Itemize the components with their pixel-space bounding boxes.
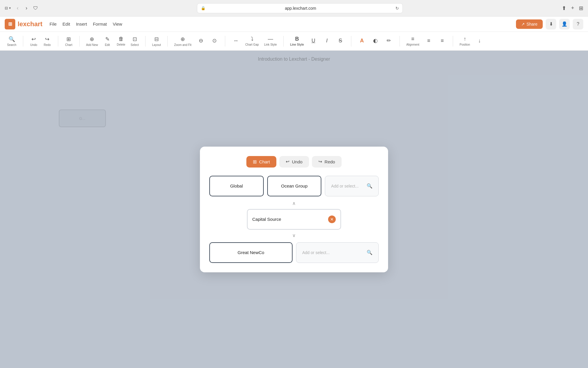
chevron-down-row: ∨ — [209, 231, 379, 240]
toolbar-sep-1 — [23, 36, 23, 47]
logo-icon: ⊞ — [5, 19, 15, 29]
remove-capital-source-button[interactable]: ✕ — [328, 216, 336, 223]
nav-edit[interactable]: Edit — [63, 20, 70, 28]
layout-icon: ⊟ — [154, 36, 159, 42]
align-center-icon: ≡ — [427, 38, 430, 44]
zoom-reset-button[interactable]: ⊙ — [208, 36, 221, 47]
undo-label: Undo — [30, 43, 37, 47]
browser-right-icons: ⬆ + ⊞ — [562, 5, 583, 11]
strikethrough-button[interactable]: S — [334, 36, 347, 47]
great-newco-label: Great NewCo — [238, 250, 264, 255]
align-right-button[interactable]: ≡ — [436, 36, 449, 47]
select-button[interactable]: ⊡ Select — [128, 34, 141, 48]
new-tab-button[interactable]: + — [571, 5, 574, 11]
forward-button[interactable]: › — [23, 4, 30, 12]
toolbar-group-position: ↑ Position ↓ — [456, 34, 487, 48]
modal-redo-button[interactable]: ↪ Redo — [312, 156, 342, 168]
refresh-button[interactable]: ↻ — [395, 6, 399, 11]
logo: ⊞ lexchart — [5, 19, 42, 29]
align-center-button[interactable]: ≡ — [422, 36, 435, 47]
toolbar-sep-6 — [225, 36, 225, 47]
zoom-fit-button[interactable]: ⊕ Zoom and Fit — [172, 34, 194, 48]
sidebar-icon: ⊟ — [5, 6, 8, 10]
middle-node-row: Capital Source ✕ — [209, 209, 379, 230]
undo-modal-icon: ↩ — [286, 159, 290, 164]
line-style-button[interactable]: — Link Style — [262, 34, 279, 48]
user-button[interactable]: 👤 — [559, 19, 570, 29]
italic-button[interactable]: I — [320, 36, 333, 47]
share-button[interactable]: ↗ Share — [516, 19, 543, 29]
add-select-top-placeholder: Add or select... — [331, 184, 358, 188]
search-icon-bottom: 🔍 — [367, 250, 372, 255]
zoom-out-button[interactable]: ⊖ — [194, 36, 207, 47]
delete-button[interactable]: 🗑 Delete — [114, 34, 128, 48]
nav-view[interactable]: View — [113, 20, 122, 28]
underline-button[interactable]: U — [307, 36, 320, 47]
toolbar-group-chart: ⊞ Chart — [61, 34, 76, 48]
add-new-button[interactable]: ⊕ Add New — [84, 34, 101, 48]
redo-label: Redo — [44, 43, 51, 47]
help-button[interactable]: ? — [573, 19, 583, 29]
capital-source-node[interactable]: Capital Source ✕ — [247, 209, 341, 230]
ocean-group-node[interactable]: Ocean Group — [267, 176, 322, 196]
edit-tool-button[interactable]: ✎ Edit — [101, 34, 114, 48]
italic-icon: I — [326, 38, 328, 44]
link-style-icon: ⤵ — [251, 36, 253, 42]
chart-gap-button[interactable]: ↔ — [229, 36, 242, 47]
browser-bar: ⊟ ▾ ‹ › 🛡 🔒 ↻ ⬆ + ⊞ — [0, 0, 588, 16]
bold-button[interactable]: B Line Style — [288, 34, 306, 48]
great-newco-node[interactable]: Great NewCo — [209, 242, 293, 263]
delete-label: Delete — [117, 43, 125, 46]
modal-chart-label: Chart — [259, 159, 270, 164]
user-icon: 👤 — [562, 21, 567, 27]
share-browser-button[interactable]: ⬆ — [562, 5, 566, 11]
toolbar-group-layout: ⊟ Layout — [148, 34, 164, 48]
align-left-button[interactable]: ≡ Alignment — [404, 34, 422, 48]
back-button[interactable]: ‹ — [14, 4, 21, 12]
modal-undo-button[interactable]: ↩ Undo — [279, 156, 309, 168]
address-bar: 🔒 ↻ — [197, 3, 403, 13]
position-up-button[interactable]: ↑ Position — [457, 34, 472, 48]
layout-button[interactable]: ⊟ Layout — [150, 34, 163, 48]
logo-grid-icon: ⊞ — [8, 21, 12, 27]
chart-tool-button[interactable]: ⊞ Chart — [62, 34, 75, 48]
edit-icon: ✎ — [105, 36, 110, 42]
add-select-bottom[interactable]: Add or select... 🔍 — [296, 242, 379, 263]
toolbar-group-gap: ↔ ⤵ Chart Gap — Link Style — [228, 34, 280, 48]
ocean-group-label: Ocean Group — [281, 183, 308, 188]
position-down-button[interactable]: ↓ — [473, 36, 486, 47]
nav-format[interactable]: Format — [93, 20, 107, 28]
nav-file[interactable]: File — [49, 20, 56, 28]
global-node[interactable]: Global — [209, 176, 264, 196]
toolbar-sep-8 — [351, 36, 351, 47]
nav-menu: File Edit Insert Format View — [49, 20, 122, 28]
chevron-down-icon: ▾ — [9, 6, 11, 10]
redo-tool-button[interactable]: ↪ Redo — [41, 34, 54, 48]
undo-tool-button[interactable]: ↩ Undo — [27, 34, 40, 48]
top-node-row: Global Ocean Group Add or select... 🔍 — [209, 176, 379, 196]
download-button[interactable]: ⬇ — [546, 19, 556, 29]
nav-insert[interactable]: Insert — [76, 20, 87, 28]
search-icon: 🔍 — [9, 36, 15, 42]
fill-color-button[interactable]: ◐ — [369, 36, 382, 47]
sidebar-toggle-button[interactable]: ⊟ ▾ — [5, 6, 11, 10]
position-up-icon: ↑ — [464, 36, 466, 42]
toolbar-sep-10 — [453, 36, 453, 47]
modal-chart-button[interactable]: ⊞ Chart — [246, 156, 276, 168]
text-highlight-button[interactable]: ✏ — [382, 36, 395, 47]
grid-view-button[interactable]: ⊞ — [579, 5, 583, 11]
share-label: Share — [527, 22, 537, 26]
search-icon-top: 🔍 — [367, 183, 372, 189]
position-label: Position — [460, 43, 470, 46]
link-style-button[interactable]: ⤵ Chart Gap — [243, 34, 261, 48]
canvas-area: Introduction to Lexchart - Designer G...… — [0, 51, 588, 368]
search-tool-button[interactable]: 🔍 Search — [5, 34, 19, 48]
chevron-up-row: ∧ — [209, 199, 379, 208]
chart-label: Chart — [65, 43, 72, 47]
url-input[interactable] — [208, 6, 393, 11]
zoom-reset-icon: ⊙ — [212, 37, 217, 44]
toolbar-group-zoom: ⊕ Zoom and Fit ⊖ ⊙ — [171, 34, 222, 48]
add-select-top[interactable]: Add or select... 🔍 — [325, 176, 379, 196]
font-color-button[interactable]: A — [355, 36, 368, 47]
toolbar-sep-5 — [167, 36, 168, 47]
